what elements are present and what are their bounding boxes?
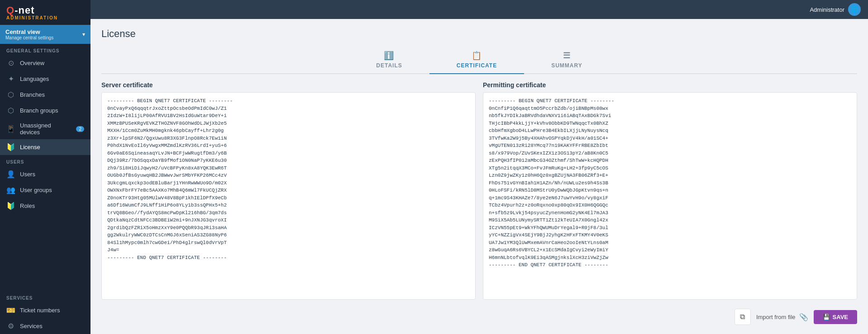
topbar: Administrator 🌐 <box>91 0 868 19</box>
permitting-certificate-content[interactable]: --------- BEGIN QNET7 CERTIFICATE ------… <box>483 92 857 300</box>
logo-area: Q-net ADMINISTRATION <box>0 0 91 25</box>
central-view-sub: Manage central settings <box>5 35 53 40</box>
sidebar-item-label: Roles <box>20 202 35 209</box>
copy-button[interactable]: ⧉ <box>734 309 751 325</box>
sidebar-item-label: Unassigned devices <box>20 122 72 136</box>
bottom-bar: ⧉ Import from file 📎 💾 SAVE <box>101 305 857 325</box>
copy-icon: ⧉ <box>740 313 745 321</box>
logo-q: Q <box>6 5 14 16</box>
import-from-file-label[interactable]: Import from file 📎 <box>756 313 808 321</box>
page-title: License <box>101 28 857 40</box>
save-icon: 💾 <box>823 314 830 320</box>
services-section: SERVICES <box>0 291 91 302</box>
main-area: Administrator 🌐 License ℹ️ DETAILS 📋 CER… <box>91 0 868 334</box>
tab-summary[interactable]: ☰ SUMMARY <box>524 47 610 73</box>
permitting-certificate-title: Permitting certificate <box>483 81 857 89</box>
sidebar-item-languages[interactable]: ✦ Languages <box>0 71 91 87</box>
sidebar-item-ticket-numbers[interactable]: 🎫 Ticket numbers <box>0 302 91 318</box>
summary-tab-icon: ☰ <box>563 51 571 61</box>
roles-icon: 🔰 <box>6 202 15 210</box>
users-section: USERS <box>0 155 91 166</box>
sidebar-item-branches[interactable]: ⬡ Branches <box>0 87 91 103</box>
server-certificate-title: Server certificate <box>101 81 476 89</box>
sidebar-item-user-groups[interactable]: 👥 User groups <box>0 182 91 198</box>
branches-icon: ⬡ <box>6 90 15 99</box>
sidebar-item-label: Languages <box>20 75 49 82</box>
tab-details-label: DETAILS <box>376 62 402 69</box>
unassigned-devices-icon: 📱 <box>6 125 15 133</box>
sidebar-item-label: License <box>20 144 40 151</box>
tabs: ℹ️ DETAILS 📋 CERTIFICATE ☰ SUMMARY <box>101 47 857 74</box>
server-certificate-content[interactable]: --------- BEGIN QNET7 CERTIFICATE ------… <box>101 92 476 300</box>
services-icon: ⚙ <box>6 322 15 330</box>
sidebar-item-label: Overview <box>20 60 44 66</box>
sidebar-item-overview[interactable]: ⊙ Overview <box>0 55 91 71</box>
server-certificate-panel: Server certificate --------- BEGIN QNET7… <box>101 81 476 300</box>
certificate-panels: Server certificate --------- BEGIN QNET7… <box>101 81 857 300</box>
sidebar-item-services[interactable]: ⚙ Services <box>0 318 91 334</box>
save-label: SAVE <box>833 314 848 320</box>
sidebar-item-label: User groups <box>20 187 52 193</box>
sidebar-item-label: Branch groups <box>20 107 58 114</box>
central-view-label: Central view <box>5 28 53 35</box>
topbar-username: Administrator <box>810 6 844 13</box>
administration-label: ADMINISTRATION <box>6 15 58 20</box>
sidebar-item-license[interactable]: 🔰 License <box>0 139 91 155</box>
details-tab-icon: ℹ️ <box>384 51 394 61</box>
general-settings-section: GENERAL SETTINGS <box>0 44 91 55</box>
import-label-text: Import from file <box>756 314 796 320</box>
sidebar: Q-net ADMINISTRATION Central view Manage… <box>0 0 91 334</box>
sidebar-item-roles[interactable]: 🔰 Roles <box>0 198 91 214</box>
tab-certificate-label: CERTIFICATE <box>457 62 497 69</box>
languages-icon: ✦ <box>6 75 15 83</box>
avatar: 🌐 <box>848 3 861 16</box>
central-view-button[interactable]: Central view Manage central settings ▾ <box>0 25 91 44</box>
ticket-numbers-icon: 🎫 <box>6 306 15 315</box>
logo: Q-net <box>6 5 34 16</box>
sidebar-item-branch-groups[interactable]: ⬡ Branch groups <box>0 103 91 118</box>
user-groups-icon: 👥 <box>6 186 15 194</box>
topbar-user: Administrator 🌐 <box>810 3 861 16</box>
branch-groups-icon: ⬡ <box>6 106 15 115</box>
license-icon: 🔰 <box>6 143 15 151</box>
sidebar-item-label: Users <box>20 171 35 178</box>
save-button[interactable]: 💾 SAVE <box>814 310 857 324</box>
users-icon: 👤 <box>6 170 15 179</box>
sidebar-item-unassigned-devices[interactable]: 📱 Unassigned devices 2 <box>0 118 91 139</box>
sidebar-item-users[interactable]: 👤 Users <box>0 166 91 182</box>
chevron-down-icon: ▾ <box>82 31 85 38</box>
certificate-tab-icon: 📋 <box>472 51 482 61</box>
permitting-certificate-panel: Permitting certificate --------- BEGIN Q… <box>483 81 857 300</box>
sidebar-item-label: Services <box>20 323 43 329</box>
page-content: License ℹ️ DETAILS 📋 CERTIFICATE ☰ SUMMA… <box>91 19 868 334</box>
sidebar-item-label: Ticket numbers <box>20 307 60 314</box>
attachment-icon: 📎 <box>799 313 808 321</box>
tab-certificate[interactable]: 📋 CERTIFICATE <box>429 47 524 73</box>
tab-details[interactable]: ℹ️ DETAILS <box>349 47 429 73</box>
tab-summary-label: SUMMARY <box>551 62 582 69</box>
sidebar-item-label: Branches <box>20 91 45 98</box>
overview-icon: ⊙ <box>6 59 15 67</box>
unassigned-devices-badge: 2 <box>76 126 84 132</box>
